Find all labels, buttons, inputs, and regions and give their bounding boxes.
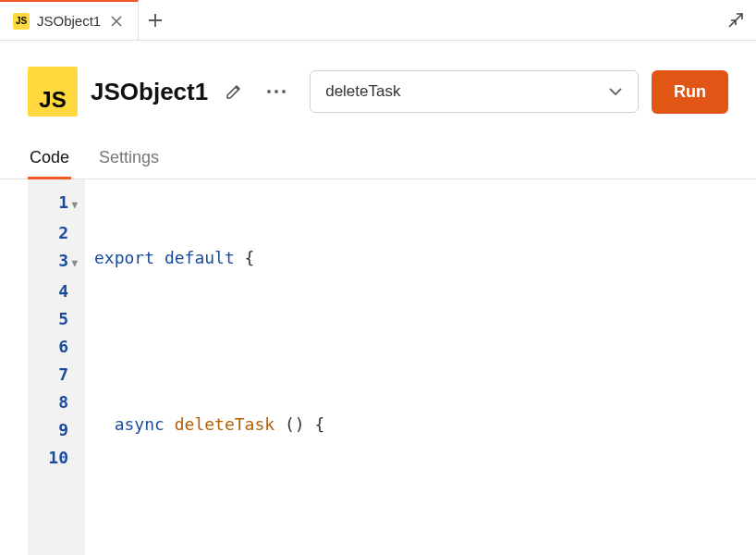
fold-icon[interactable]: ▼ — [68, 250, 78, 278]
svg-point-0 — [267, 90, 271, 93]
code-content[interactable]: export default { async deleteTask () { a… — [85, 179, 728, 555]
js-file-icon: JS — [13, 13, 30, 30]
tab-bar: JS JSObject1 — [0, 0, 756, 41]
collapse-icon[interactable] — [726, 11, 745, 30]
add-tab-button[interactable] — [139, 13, 172, 28]
svg-point-1 — [274, 90, 278, 93]
file-tab[interactable]: JS JSObject1 — [0, 0, 139, 40]
code-editor[interactable]: 1 ▼ 2 3 ▼ 4 5 6 7 8 9 10 export default … — [28, 179, 728, 555]
close-tab-icon[interactable] — [108, 13, 125, 30]
run-button[interactable]: Run — [652, 70, 728, 114]
function-select-value: deleteTask — [325, 82, 400, 101]
tab-code[interactable]: Code — [28, 139, 71, 179]
editor-tabs: Code Settings — [0, 139, 756, 179]
more-icon[interactable] — [265, 89, 287, 94]
function-select[interactable]: deleteTask — [310, 70, 639, 113]
svg-point-2 — [282, 90, 286, 93]
header: JS JSObject1 deleteTask Run — [0, 41, 756, 133]
tab-title: JSObject1 — [37, 13, 101, 29]
fold-icon[interactable]: ▼ — [68, 191, 78, 219]
js-object-icon: JS — [28, 67, 78, 117]
chevron-down-icon — [608, 87, 623, 96]
edit-icon[interactable] — [225, 82, 243, 101]
object-title: JSObject1 — [91, 78, 208, 106]
tab-settings[interactable]: Settings — [97, 139, 161, 179]
line-gutter: 1 ▼ 2 3 ▼ 4 5 6 7 8 9 10 — [28, 179, 85, 555]
